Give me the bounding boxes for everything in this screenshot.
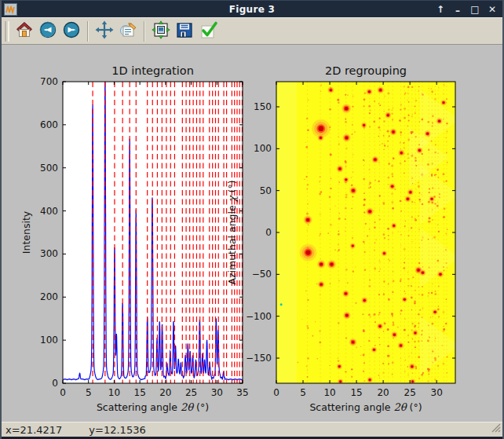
diffraction-spot	[339, 381, 341, 383]
diffraction-spot	[338, 365, 341, 368]
diffraction-spot	[439, 273, 441, 276]
resize-grip[interactable]	[491, 423, 501, 435]
window-title: Figure 3	[2, 4, 502, 15]
svg-text:0: 0	[60, 387, 66, 398]
shade-button[interactable]: ↑	[435, 1, 446, 18]
svg-text:−50: −50	[252, 269, 272, 280]
svg-text:100: 100	[254, 143, 272, 154]
svg-text:0: 0	[52, 378, 58, 389]
statusbar: x=21.4217 y=12.1536	[2, 422, 502, 437]
diffraction-spot	[409, 191, 411, 193]
pan-move-icon	[95, 20, 114, 42]
diffraction-spot	[368, 210, 371, 214]
svg-text:500: 500	[40, 163, 58, 174]
forward-button[interactable]	[60, 20, 83, 43]
yaxis-label-intensity: Intensity	[20, 210, 32, 254]
diffraction-spot	[404, 298, 406, 301]
xaxis-label-1d: Scattering angle 2θ (°)	[97, 401, 209, 413]
diffraction-spot	[369, 379, 371, 381]
check-icon	[198, 20, 218, 42]
toolbar-drag-handle[interactable]	[5, 21, 9, 42]
matplotlib-figure[interactable]: 0510152025303501002003004005006007001D i…	[2, 45, 502, 422]
diffraction-spot	[379, 325, 382, 327]
back-button[interactable]	[36, 20, 60, 43]
diffraction-spot	[426, 133, 429, 135]
diffraction-spot	[411, 381, 414, 383]
diffraction-spot	[320, 137, 322, 139]
diffraction-spot	[345, 178, 347, 181]
diffraction-spot	[392, 130, 394, 133]
home-icon	[15, 20, 34, 42]
diffraction-spot	[393, 225, 395, 227]
cursor-y-readout: y=12.1536	[89, 424, 145, 436]
diffraction-spot	[352, 245, 354, 247]
svg-text:5: 5	[300, 387, 306, 398]
home-button[interactable]	[13, 20, 36, 43]
yaxis-label-azimuthal: Azimuthal angle χ (°)	[226, 180, 238, 284]
svg-text:400: 400	[40, 206, 58, 217]
save-button[interactable]	[173, 20, 196, 43]
svg-text:0: 0	[265, 227, 272, 238]
save-floppy-icon	[175, 20, 194, 42]
diffraction-spot	[368, 90, 371, 93]
diffraction-spot	[417, 269, 420, 272]
pan-button[interactable]	[93, 20, 116, 43]
edit-pencil-icon	[119, 20, 137, 42]
diffraction-spot	[383, 252, 385, 254]
svg-text:15: 15	[350, 387, 362, 398]
figure-window: Figure 3 ↑ – □ ✕	[0, 0, 504, 439]
diffraction-spot	[400, 345, 402, 347]
configure-subplots-button[interactable]	[149, 20, 173, 43]
diffraction-spot	[345, 292, 347, 294]
diffraction-spot	[330, 89, 332, 91]
diffraction-spot	[320, 263, 323, 266]
svg-text:20: 20	[377, 387, 389, 398]
diffraction-spot	[411, 365, 413, 368]
diffraction-spot	[320, 283, 323, 285]
apply-button[interactable]	[196, 20, 220, 43]
svg-text:150: 150	[254, 101, 272, 112]
cursor-x-readout: x=21.4217	[5, 424, 62, 436]
diffraction-spot	[345, 107, 349, 111]
plot-2d-regrouping[interactable]: 051015202530−150−100−500501001502D regro…	[246, 64, 459, 413]
plot-1d-integration[interactable]: 0510152025303501002003004005006007001D i…	[20, 64, 249, 413]
svg-text:30: 30	[431, 387, 443, 398]
xaxis-label-2d: Scattering angle 2θ (°)	[309, 401, 422, 413]
svg-text:50: 50	[260, 185, 272, 196]
svg-text:100: 100	[40, 335, 58, 346]
diffraction-spot	[434, 311, 436, 313]
diffraction-spot	[391, 185, 393, 188]
maximize-button[interactable]: □	[469, 1, 480, 18]
close-button[interactable]: ✕	[487, 1, 498, 18]
minimize-button[interactable]: –	[452, 2, 463, 20]
diffraction-spot	[418, 149, 421, 152]
svg-text:10: 10	[323, 387, 335, 398]
masked-pixel-spot	[280, 303, 283, 305]
svg-text:700: 700	[40, 76, 58, 87]
svg-text:25: 25	[185, 387, 197, 398]
diffraction-spot	[374, 159, 376, 161]
titlebar[interactable]: Figure 3 ↑ – □ ✕	[2, 0, 502, 17]
diffraction-spot	[338, 167, 341, 170]
plot-title-1d: 1D integration	[111, 64, 194, 77]
diffraction-spot	[330, 262, 333, 265]
svg-text:300: 300	[40, 248, 58, 259]
diffraction-spot	[318, 126, 323, 131]
svg-text:30: 30	[211, 387, 223, 398]
diffraction-spot	[345, 137, 349, 140]
svg-text:0: 0	[273, 387, 279, 398]
diffraction-spot	[352, 189, 355, 192]
diffraction-spot	[438, 120, 440, 123]
forward-arrow-icon	[62, 20, 81, 42]
window-controls: ↑ – □ ✕	[435, 1, 498, 18]
svg-text:600: 600	[40, 119, 58, 130]
diffraction-spot	[443, 101, 445, 104]
diffraction-spot	[422, 272, 424, 274]
matplotlib-toolbar	[2, 17, 502, 45]
diffraction-spot	[345, 314, 349, 317]
diffraction-spot	[305, 250, 310, 254]
edit-button[interactable]	[116, 20, 140, 43]
diffraction-spot	[306, 218, 309, 221]
toolbar-separator	[87, 21, 89, 42]
back-arrow-icon	[38, 20, 57, 42]
